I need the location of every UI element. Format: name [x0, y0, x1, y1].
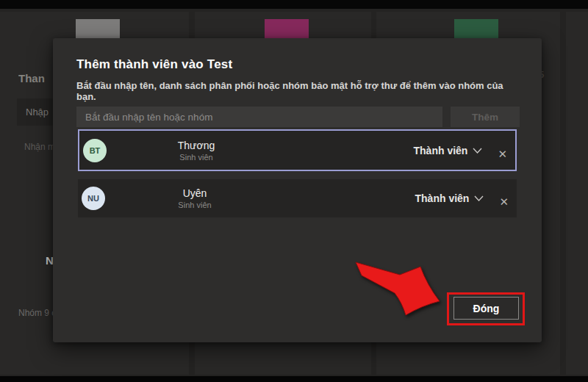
- member-name-block: Uyên Sinh viên: [136, 187, 254, 210]
- chevron-down-icon: [473, 148, 482, 154]
- member-subtitle: Sinh viên: [136, 200, 254, 210]
- avatar: BT: [83, 139, 107, 162]
- add-members-dialog: Thêm thành viên vào Test Bắt đầu nhập tê…: [53, 38, 542, 342]
- role-label: Thành viên: [415, 192, 470, 204]
- avatar: NU: [82, 187, 105, 210]
- background-input-label-fragment: Nhập: [26, 107, 53, 118]
- chevron-down-icon: [474, 195, 484, 201]
- close-dialog-button[interactable]: Đóng: [453, 297, 519, 320]
- remove-member-button[interactable]: ✕: [498, 148, 507, 159]
- member-row[interactable]: BT Thương Sinh viên Thành viên ✕: [78, 129, 517, 171]
- role-dropdown[interactable]: Thành viên: [415, 192, 484, 204]
- member-name: Uyên: [136, 187, 254, 200]
- background-heading-fragment: N: [46, 254, 53, 267]
- window-title-bar: [0, 0, 588, 9]
- member-subtitle: Sinh viên: [137, 151, 255, 162]
- member-name-block: Thương Sinh viên: [137, 139, 255, 162]
- role-label: Thành viên: [414, 145, 468, 156]
- dialog-title: Thêm thành viên vào Test: [76, 57, 232, 72]
- team-card: [566, 12, 588, 375]
- member-search-input[interactable]: [76, 107, 442, 127]
- member-row[interactable]: NU Uyên Sinh viên Thành viên ✕: [78, 179, 517, 217]
- dialog-description: Bắt đầu nhập tên, danh sách phân phối ho…: [76, 80, 523, 102]
- taskbar: [0, 376, 588, 382]
- background-hint-fragment: Nhận m: [24, 142, 53, 152]
- background-team-name-fragment: Than: [18, 72, 53, 84]
- remove-member-button[interactable]: ✕: [499, 196, 509, 207]
- member-name: Thương: [137, 139, 255, 151]
- background-group-fragment: Nhóm 9 c: [18, 308, 53, 318]
- role-dropdown[interactable]: Thành viên: [414, 145, 483, 156]
- add-button[interactable]: Thêm: [451, 107, 520, 127]
